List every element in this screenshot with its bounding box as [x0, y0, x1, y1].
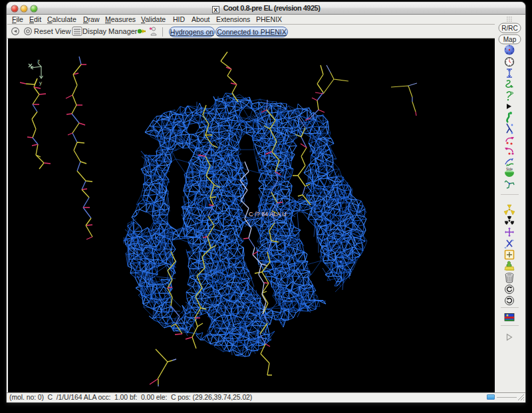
svg-text:R/RC: R/RC: [501, 25, 517, 32]
svg-text:Map: Map: [503, 36, 517, 43]
svg-text:y: y: [39, 80, 42, 86]
svg-text:z: z: [37, 58, 40, 64]
svg-text:C /? 84 ALA U: C /? 84 ALA U: [249, 211, 287, 217]
